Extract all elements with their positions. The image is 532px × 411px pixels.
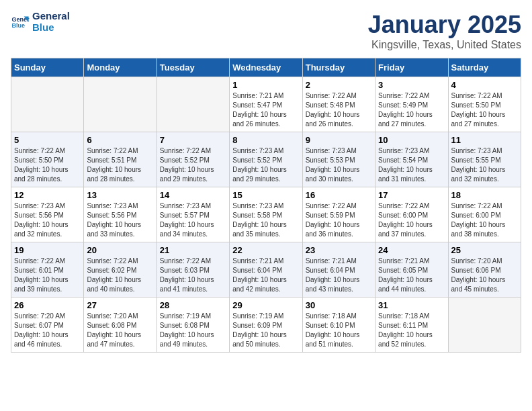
day-info: Sunrise: 7:21 AMSunset: 5:47 PMDaylight:… <box>232 91 299 129</box>
day-cell: 12Sunrise: 7:23 AMSunset: 5:56 PMDayligh… <box>11 187 84 242</box>
day-info: Sunrise: 7:22 AMSunset: 5:59 PMDaylight:… <box>306 201 372 239</box>
day-info: Sunrise: 7:18 AMSunset: 6:10 PMDaylight:… <box>306 312 372 349</box>
day-number: 7 <box>160 135 226 145</box>
day-info: Sunrise: 7:21 AMSunset: 6:04 PMDaylight:… <box>232 257 299 294</box>
day-cell: 18Sunrise: 7:22 AMSunset: 6:00 PMDayligh… <box>448 187 521 242</box>
day-number: 1 <box>232 80 299 90</box>
day-info: Sunrise: 7:23 AMSunset: 5:53 PMDaylight:… <box>306 146 372 184</box>
day-info: Sunrise: 7:23 AMSunset: 5:52 PMDaylight:… <box>232 146 299 184</box>
weekday-header: Friday <box>375 58 448 77</box>
day-info: Sunrise: 7:22 AMSunset: 5:50 PMDaylight:… <box>14 146 81 184</box>
weekday-header: Saturday <box>448 58 521 77</box>
day-number: 29 <box>232 300 299 310</box>
day-cell: 10Sunrise: 7:23 AMSunset: 5:54 PMDayligh… <box>375 132 448 187</box>
svg-text:Blue: Blue <box>11 22 25 29</box>
day-cell: 20Sunrise: 7:22 AMSunset: 6:02 PMDayligh… <box>84 242 157 298</box>
day-number: 14 <box>160 190 226 200</box>
calendar-week-row: 5Sunrise: 7:22 AMSunset: 5:50 PMDaylight… <box>11 132 521 187</box>
day-number: 6 <box>87 135 153 145</box>
day-number: 15 <box>232 190 299 200</box>
logo-general: General <box>32 11 70 22</box>
day-cell <box>11 77 84 132</box>
day-number: 28 <box>160 300 226 310</box>
day-number: 11 <box>451 135 518 145</box>
day-number: 22 <box>232 245 299 255</box>
day-cell: 1Sunrise: 7:21 AMSunset: 5:47 PMDaylight… <box>230 77 302 132</box>
day-cell: 3Sunrise: 7:22 AMSunset: 5:49 PMDaylight… <box>375 77 448 132</box>
day-info: Sunrise: 7:22 AMSunset: 5:49 PMDaylight:… <box>378 91 445 129</box>
day-info: Sunrise: 7:22 AMSunset: 5:48 PMDaylight:… <box>306 91 372 129</box>
day-cell: 13Sunrise: 7:23 AMSunset: 5:56 PMDayligh… <box>84 187 157 242</box>
day-number: 4 <box>451 80 518 90</box>
weekday-header: Monday <box>84 58 157 77</box>
day-info: Sunrise: 7:22 AMSunset: 5:50 PMDaylight:… <box>451 91 518 129</box>
day-cell <box>448 298 521 353</box>
day-number: 13 <box>87 190 153 200</box>
day-cell: 24Sunrise: 7:21 AMSunset: 6:05 PMDayligh… <box>375 242 448 298</box>
weekday-header: Sunday <box>11 58 84 77</box>
day-cell: 16Sunrise: 7:22 AMSunset: 5:59 PMDayligh… <box>302 187 375 242</box>
day-cell: 31Sunrise: 7:18 AMSunset: 6:11 PMDayligh… <box>375 298 448 353</box>
day-number: 25 <box>451 245 518 255</box>
day-number: 9 <box>306 135 372 145</box>
day-info: Sunrise: 7:22 AMSunset: 5:52 PMDaylight:… <box>160 146 226 184</box>
day-info: Sunrise: 7:20 AMSunset: 6:06 PMDaylight:… <box>451 257 518 294</box>
day-info: Sunrise: 7:21 AMSunset: 6:04 PMDaylight:… <box>306 257 372 294</box>
day-info: Sunrise: 7:22 AMSunset: 5:51 PMDaylight:… <box>87 146 153 184</box>
day-info: Sunrise: 7:20 AMSunset: 6:07 PMDaylight:… <box>14 312 81 349</box>
weekday-header: Tuesday <box>157 58 229 77</box>
day-cell: 27Sunrise: 7:20 AMSunset: 6:08 PMDayligh… <box>84 298 157 353</box>
day-number: 20 <box>87 245 153 255</box>
day-cell: 9Sunrise: 7:23 AMSunset: 5:53 PMDaylight… <box>302 132 375 187</box>
day-number: 30 <box>306 300 372 310</box>
day-info: Sunrise: 7:23 AMSunset: 5:55 PMDaylight:… <box>451 146 518 184</box>
calendar-body: 1Sunrise: 7:21 AMSunset: 5:47 PMDaylight… <box>11 77 521 353</box>
day-info: Sunrise: 7:22 AMSunset: 6:00 PMDaylight:… <box>451 201 518 239</box>
day-cell <box>84 77 157 132</box>
calendar-week-row: 12Sunrise: 7:23 AMSunset: 5:56 PMDayligh… <box>11 187 521 242</box>
calendar-table: SundayMondayTuesdayWednesdayThursdayFrid… <box>11 58 521 353</box>
day-cell: 29Sunrise: 7:19 AMSunset: 6:09 PMDayligh… <box>230 298 302 353</box>
day-number: 12 <box>14 190 81 200</box>
day-cell: 30Sunrise: 7:18 AMSunset: 6:10 PMDayligh… <box>302 298 375 353</box>
day-number: 10 <box>378 135 445 145</box>
day-cell: 22Sunrise: 7:21 AMSunset: 6:04 PMDayligh… <box>230 242 302 298</box>
day-cell: 26Sunrise: 7:20 AMSunset: 6:07 PMDayligh… <box>11 298 84 353</box>
day-cell: 21Sunrise: 7:22 AMSunset: 6:03 PMDayligh… <box>157 242 229 298</box>
day-number: 19 <box>14 245 81 255</box>
logo-icon: General Blue <box>11 13 30 32</box>
calendar-week-row: 26Sunrise: 7:20 AMSunset: 6:07 PMDayligh… <box>11 298 521 353</box>
day-info: Sunrise: 7:23 AMSunset: 5:57 PMDaylight:… <box>160 201 226 239</box>
day-cell: 19Sunrise: 7:22 AMSunset: 6:01 PMDayligh… <box>11 242 84 298</box>
day-info: Sunrise: 7:22 AMSunset: 6:02 PMDaylight:… <box>87 257 153 294</box>
day-cell: 2Sunrise: 7:22 AMSunset: 5:48 PMDaylight… <box>302 77 375 132</box>
day-cell: 6Sunrise: 7:22 AMSunset: 5:51 PMDaylight… <box>84 132 157 187</box>
day-info: Sunrise: 7:22 AMSunset: 6:03 PMDaylight:… <box>160 257 226 294</box>
day-number: 21 <box>160 245 226 255</box>
logo-blue: Blue <box>32 22 70 34</box>
day-cell: 7Sunrise: 7:22 AMSunset: 5:52 PMDaylight… <box>157 132 229 187</box>
day-cell: 14Sunrise: 7:23 AMSunset: 5:57 PMDayligh… <box>157 187 229 242</box>
day-number: 18 <box>451 190 518 200</box>
day-cell: 23Sunrise: 7:21 AMSunset: 6:04 PMDayligh… <box>302 242 375 298</box>
weekday-header: Thursday <box>302 58 375 77</box>
day-number: 23 <box>306 245 372 255</box>
day-info: Sunrise: 7:21 AMSunset: 6:05 PMDaylight:… <box>378 257 445 294</box>
calendar-subtitle: Kingsville, Texas, United States <box>368 39 521 51</box>
day-info: Sunrise: 7:23 AMSunset: 5:56 PMDaylight:… <box>87 201 153 239</box>
calendar-title: January 2025 <box>368 11 521 39</box>
day-number: 17 <box>378 190 445 200</box>
day-number: 31 <box>378 300 445 310</box>
calendar-week-row: 19Sunrise: 7:22 AMSunset: 6:01 PMDayligh… <box>11 242 521 298</box>
weekday-header: Wednesday <box>230 58 302 77</box>
page-header: General Blue General Blue January 2025 K… <box>11 11 521 51</box>
day-cell: 28Sunrise: 7:19 AMSunset: 6:08 PMDayligh… <box>157 298 229 353</box>
calendar-header-row: SundayMondayTuesdayWednesdayThursdayFrid… <box>11 58 521 77</box>
day-info: Sunrise: 7:23 AMSunset: 5:54 PMDaylight:… <box>378 146 445 184</box>
day-number: 2 <box>306 80 372 90</box>
day-cell: 25Sunrise: 7:20 AMSunset: 6:06 PMDayligh… <box>448 242 521 298</box>
day-number: 5 <box>14 135 81 145</box>
day-cell: 8Sunrise: 7:23 AMSunset: 5:52 PMDaylight… <box>230 132 302 187</box>
day-number: 27 <box>87 300 153 310</box>
day-number: 24 <box>378 245 445 255</box>
